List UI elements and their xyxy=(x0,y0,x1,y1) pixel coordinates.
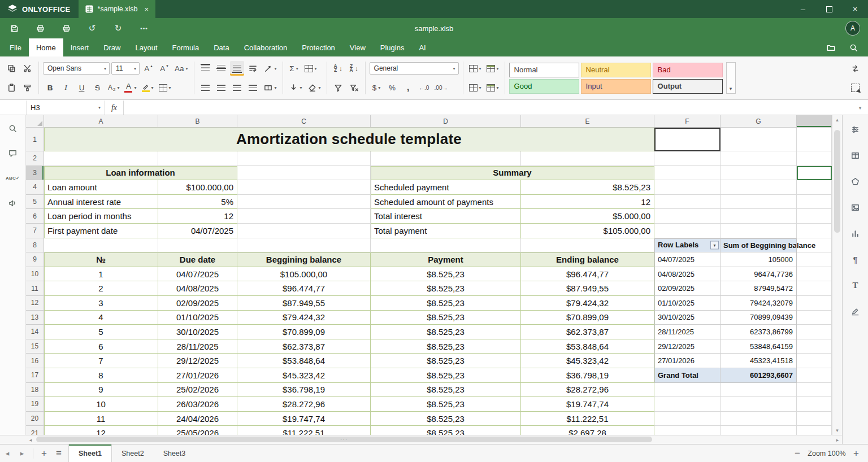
cell-h18[interactable] xyxy=(797,383,832,398)
paste-button[interactable] xyxy=(5,80,19,95)
cell-e2[interactable] xyxy=(521,151,654,166)
text-art-settings-button[interactable]: T xyxy=(845,275,866,295)
cell-d10[interactable]: $8.525,23 xyxy=(371,267,521,282)
column-header-h[interactable] xyxy=(797,115,832,128)
cell-h9[interactable] xyxy=(797,252,832,267)
cell-b18[interactable]: 25/02/2026 xyxy=(158,383,237,398)
scroll-down-button[interactable]: ▾ xyxy=(832,426,842,435)
cell-h17[interactable] xyxy=(797,368,832,383)
cell-b15[interactable]: 28/11/2025 xyxy=(158,339,237,354)
align-top-button[interactable] xyxy=(198,61,212,76)
cell-a7[interactable]: First payment date xyxy=(44,224,158,238)
cell-c14[interactable]: $70.899,09 xyxy=(237,325,371,339)
sort-ascending-button[interactable]: AZ↓ xyxy=(331,61,345,76)
cell-b2[interactable] xyxy=(158,151,237,166)
open-file-location-button[interactable] xyxy=(819,38,842,56)
pivot-row-labels-header[interactable]: Row Labels▾ xyxy=(654,238,721,253)
fill-button[interactable]: ▾ xyxy=(287,80,304,95)
horizontal-scrollbar[interactable]: ◂ ∙∙∙ ▸ xyxy=(0,435,842,444)
percent-style-button[interactable]: % xyxy=(385,80,400,95)
cell-f13[interactable]: 30/10/2025 xyxy=(654,311,721,325)
spreadsheet-grid[interactable]: ABCDEFG123456789101112131415161718192021… xyxy=(26,115,832,435)
column-header-a[interactable]: A xyxy=(44,115,158,128)
cell-d16[interactable]: $8.525,23 xyxy=(371,354,521,368)
menu-tab-home[interactable]: Home xyxy=(29,38,63,56)
cell-e4[interactable]: $8.525,23 xyxy=(521,180,654,195)
decrease-font-size-button[interactable]: A▾ xyxy=(157,61,171,76)
cell-c8[interactable] xyxy=(237,238,371,253)
cell-h7[interactable] xyxy=(797,224,832,238)
cell-a19[interactable]: 10 xyxy=(44,397,158,412)
row-header-5[interactable]: 5 xyxy=(26,195,44,210)
undo-button[interactable]: ↺ xyxy=(83,20,102,37)
cell-g19[interactable] xyxy=(721,397,797,412)
menu-tab-insert[interactable]: Insert xyxy=(63,38,97,56)
row-header-9[interactable]: 9 xyxy=(26,252,44,267)
search-button[interactable] xyxy=(842,38,865,56)
cell-c15[interactable]: $62.373,87 xyxy=(237,339,371,354)
row-header-6[interactable]: 6 xyxy=(26,209,44,224)
cell-c10[interactable]: $105.000,00 xyxy=(237,267,371,282)
cell-g15[interactable]: 53848,64159 xyxy=(721,339,797,354)
cell-style-input[interactable]: Input xyxy=(581,79,651,94)
document-tab[interactable]: *sample.xlsb × xyxy=(79,0,155,18)
align-left-button[interactable] xyxy=(198,80,212,95)
strikethrough-button[interactable]: S xyxy=(90,80,105,95)
table-settings-button[interactable] xyxy=(845,145,866,165)
sort-descending-button[interactable]: ZA↓ xyxy=(347,61,361,76)
shape-settings-button[interactable] xyxy=(845,171,866,191)
cell-f9[interactable]: 04/07/2025 xyxy=(654,252,721,267)
cell-e6[interactable]: $5.000,00 xyxy=(521,209,654,224)
row-header-20[interactable]: 20 xyxy=(26,412,44,426)
align-bottom-button[interactable] xyxy=(230,61,244,76)
row-header-17[interactable]: 17 xyxy=(26,368,44,383)
autosum-button[interactable]: Σ▾ xyxy=(287,61,301,76)
cell-h19[interactable] xyxy=(797,397,832,412)
cell-c11[interactable]: $96.474,77 xyxy=(237,281,371,296)
schedule-header-b[interactable]: Due date xyxy=(158,252,237,267)
align-right-button[interactable] xyxy=(230,80,244,95)
column-header-e[interactable]: E xyxy=(521,115,654,128)
schedule-header-c[interactable]: Beggining balance xyxy=(237,252,371,267)
cell-g10[interactable]: 96474,7736 xyxy=(721,267,797,282)
row-header-13[interactable]: 13 xyxy=(26,311,44,325)
vertical-scrollbar[interactable]: ▴ ▾ xyxy=(832,115,842,435)
print-button[interactable] xyxy=(31,20,50,37)
add-sheet-button[interactable]: + xyxy=(37,444,51,462)
cell-style-output[interactable]: Output xyxy=(653,79,723,94)
accounting-style-button[interactable]: $▾ xyxy=(370,80,384,95)
row-header-11[interactable]: 11 xyxy=(26,281,44,296)
copy-style-button[interactable] xyxy=(20,80,34,95)
align-center-button[interactable] xyxy=(214,80,228,95)
cell-d12[interactable]: $8.525,23 xyxy=(371,296,521,311)
menu-tab-ai[interactable]: AI xyxy=(411,38,433,56)
more-actions-button[interactable]: ••• xyxy=(134,20,154,37)
save-button[interactable] xyxy=(5,20,24,37)
cell-f15[interactable]: 29/12/2025 xyxy=(654,339,721,354)
comma-style-button[interactable]: , xyxy=(401,80,415,95)
cell-style-normal[interactable]: Normal xyxy=(509,63,579,77)
cell-c7[interactable] xyxy=(237,224,371,238)
cell-e21[interactable]: $2.697,28 xyxy=(521,426,654,435)
cell-f7[interactable] xyxy=(654,224,721,238)
cell-d5[interactable]: Scheduled amount of payments xyxy=(371,195,521,210)
bold-button[interactable]: B xyxy=(43,80,57,95)
cell-d18[interactable]: $8.525,23 xyxy=(371,383,521,398)
cell-b17[interactable]: 27/01/2026 xyxy=(158,368,237,383)
window-maximize-button[interactable] xyxy=(816,0,842,18)
cell-b14[interactable]: 30/10/2025 xyxy=(158,325,237,339)
cell-f6[interactable] xyxy=(654,209,721,224)
cell-d11[interactable]: $8.525,23 xyxy=(371,281,521,296)
row-header-12[interactable]: 12 xyxy=(26,296,44,311)
zoom-out-button[interactable]: − xyxy=(790,448,805,459)
cell-e16[interactable]: $45.323,42 xyxy=(521,354,654,368)
cell-a12[interactable]: 3 xyxy=(44,296,158,311)
cell-g20[interactable] xyxy=(721,412,797,426)
cell-g1[interactable] xyxy=(721,128,797,151)
replace-button[interactable] xyxy=(848,61,862,76)
scroll-left-button[interactable]: ◂ xyxy=(26,435,35,444)
window-close-button[interactable]: × xyxy=(842,0,868,18)
cell-a11[interactable]: 2 xyxy=(44,281,158,296)
cell-g12[interactable]: 79424,32079 xyxy=(721,296,797,311)
cell-g11[interactable]: 87949,5472 xyxy=(721,281,797,296)
